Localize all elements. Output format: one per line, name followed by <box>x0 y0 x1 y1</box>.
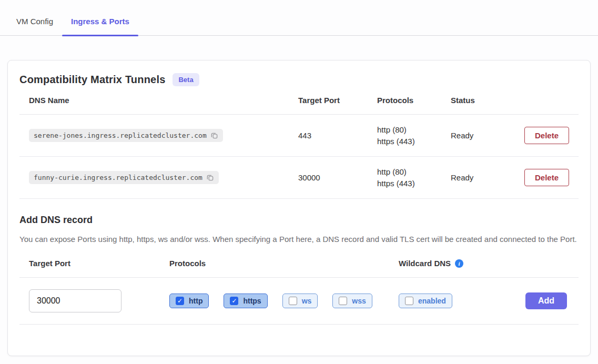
protocol-line: https (443) <box>377 136 441 147</box>
tunnels-card: Compatibility Matrix Tunnels Beta DNS Na… <box>7 60 591 356</box>
col-header-target-port: Target Port <box>289 96 368 105</box>
table-row: serene-jones.ingress.replicatedcluster.c… <box>19 115 579 157</box>
dns-name-pill: funny-curie.ingress.replicatedcluster.co… <box>29 171 219 184</box>
checkbox-unchecked-icon <box>405 297 413 305</box>
card-title: Compatibility Matrix Tunnels <box>19 74 165 86</box>
checkbox-checked-icon: ✓ <box>176 297 184 305</box>
dns-name-cell: funny-curie.ingress.replicatedcluster.co… <box>19 171 289 184</box>
col-header-dns-name: DNS Name <box>19 96 289 105</box>
add-col-wildcard-dns: Wildcard DNS i <box>389 259 579 268</box>
tab-ingress-ports[interactable]: Ingress & Ports <box>62 9 138 35</box>
dns-name-pill: serene-jones.ingress.replicatedcluster.c… <box>29 129 223 142</box>
add-button[interactable]: Add <box>525 292 567 309</box>
info-icon[interactable]: i <box>455 259 463 268</box>
protocol-label: http <box>189 297 202 305</box>
target-port-cell: 443 <box>289 131 368 140</box>
copy-icon[interactable] <box>210 132 218 139</box>
add-col-protocols: Protocols <box>160 259 389 268</box>
protocols-cell: http (80) https (443) <box>368 124 441 147</box>
protocols-cell: http (80) https (443) <box>368 166 441 189</box>
copy-icon[interactable] <box>206 174 214 181</box>
wildcard-and-submit-cell: enabled Add <box>389 292 579 309</box>
delete-button[interactable]: Delete <box>524 127 569 144</box>
status-cell: Ready <box>441 173 515 182</box>
tunnels-table-header: DNS Name Target Port Protocols Status <box>19 96 579 115</box>
add-dns-title: Add DNS record <box>19 215 579 226</box>
dns-name-text: serene-jones.ingress.replicatedcluster.c… <box>34 132 207 139</box>
protocol-line: http (80) <box>377 124 441 136</box>
table-row: funny-curie.ingress.replicatedcluster.co… <box>19 157 579 199</box>
card-header: Compatibility Matrix Tunnels Beta <box>19 73 579 86</box>
checkbox-unchecked-icon <box>339 297 347 305</box>
protocol-label: https <box>243 297 261 305</box>
actions-cell: Delete <box>515 169 581 186</box>
col-header-status: Status <box>441 96 515 105</box>
protocol-checkbox-http[interactable]: ✓ http <box>169 294 209 308</box>
col-header-protocols: Protocols <box>368 96 441 105</box>
protocol-line: http (80) <box>377 166 441 178</box>
protocol-checkbox-ws[interactable]: ws <box>282 294 318 308</box>
checkbox-unchecked-icon <box>289 297 297 305</box>
dns-name-text: funny-curie.ingress.replicatedcluster.co… <box>34 174 202 181</box>
wildcard-enabled-checkbox[interactable]: enabled <box>399 294 452 308</box>
protocol-label: wss <box>352 297 366 305</box>
protocol-checkbox-https[interactable]: ✓ https <box>224 294 267 308</box>
actions-cell: Delete <box>515 127 581 144</box>
protocols-field-cell: ✓ http ✓ https ws wss <box>160 294 389 308</box>
beta-badge: Beta <box>173 73 199 86</box>
delete-button[interactable]: Delete <box>524 169 569 186</box>
target-port-field-cell <box>19 289 160 312</box>
status-cell: Ready <box>441 131 515 140</box>
wildcard-dns-label: Wildcard DNS <box>399 259 451 268</box>
tab-vm-config[interactable]: VM Config <box>7 9 62 35</box>
add-dns-description: You can expose Ports using http, https, … <box>19 233 579 245</box>
dns-name-cell: serene-jones.ingress.replicatedcluster.c… <box>19 129 289 142</box>
checkbox-checked-icon: ✓ <box>230 297 238 305</box>
protocol-label: ws <box>302 297 312 305</box>
add-dns-form-row: ✓ http ✓ https ws wss enabled Add <box>19 277 579 325</box>
tab-bar: VM Config Ingress & Ports <box>0 0 598 36</box>
protocol-checkbox-wss[interactable]: wss <box>332 294 372 308</box>
add-col-target-port: Target Port <box>19 259 160 268</box>
add-dns-header-row: Target Port Protocols Wildcard DNS i <box>19 259 579 277</box>
wildcard-enabled-label: enabled <box>418 297 446 305</box>
protocol-line: https (443) <box>377 178 441 189</box>
target-port-cell: 30000 <box>289 173 368 182</box>
target-port-input[interactable] <box>29 289 121 312</box>
